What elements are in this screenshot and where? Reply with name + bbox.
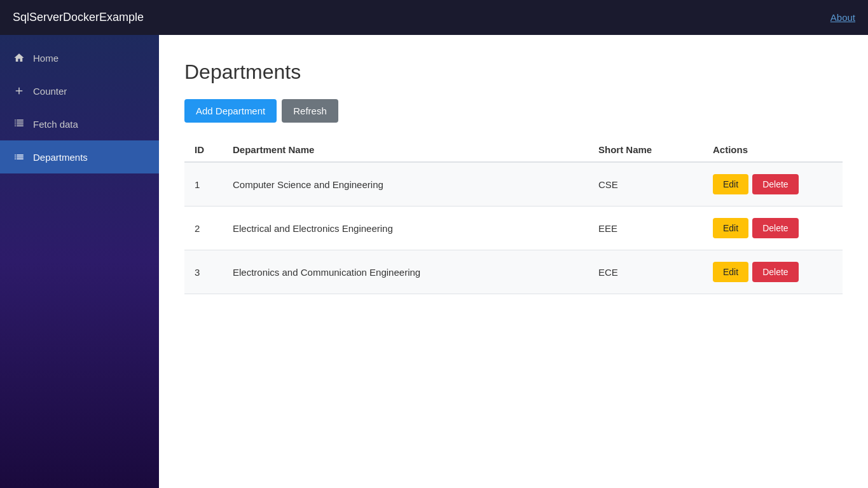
sidebar-item-departments[interactable]: Departments	[0, 140, 159, 173]
sidebar-item-counter[interactable]: Counter	[0, 74, 159, 107]
app-brand: SqlServerDockerExample	[13, 11, 144, 24]
refresh-button[interactable]: Refresh	[282, 99, 338, 123]
home-icon	[13, 51, 25, 64]
delete-button[interactable]: Delete	[752, 218, 798, 238]
main-layout: Home Counter Fetch data	[0, 35, 868, 488]
delete-button[interactable]: Delete	[752, 262, 798, 282]
edit-button[interactable]: Edit	[713, 174, 748, 194]
table-header-row: ID Department Name Short Name Actions	[184, 138, 843, 162]
plus-icon	[13, 85, 25, 97]
departments-table: ID Department Name Short Name Actions 1C…	[184, 138, 843, 294]
cell-name: Computer Science and Engineering	[223, 162, 588, 207]
delete-button[interactable]: Delete	[752, 174, 798, 194]
sidebar-counter-label: Counter	[33, 86, 67, 97]
cell-actions: EditDelete	[703, 250, 843, 294]
edit-button[interactable]: Edit	[713, 262, 748, 282]
toolbar: Add Department Refresh	[184, 99, 843, 123]
cell-shortname: CSE	[588, 162, 703, 207]
sidebar-home-label: Home	[33, 53, 59, 64]
col-header-actions: Actions	[703, 138, 843, 162]
edit-button[interactable]: Edit	[713, 218, 748, 238]
col-header-shortname: Short Name	[588, 138, 703, 162]
grid-icon	[13, 118, 25, 130]
sidebar-departments-label: Departments	[33, 152, 88, 163]
cell-name: Electronics and Communication Engineerin…	[223, 250, 588, 294]
col-header-name: Department Name	[223, 138, 588, 162]
table-row: 2Electrical and Electronics EngineeringE…	[184, 207, 843, 250]
sidebar-fetchdata-label: Fetch data	[33, 119, 78, 130]
cell-actions: EditDelete	[703, 162, 843, 207]
cell-shortname: ECE	[588, 250, 703, 294]
cell-actions: EditDelete	[703, 207, 843, 250]
top-nav: SqlServerDockerExample About	[0, 0, 868, 35]
sidebar-item-fetchdata[interactable]: Fetch data	[0, 107, 159, 140]
sidebar-item-home[interactable]: Home	[0, 41, 159, 74]
add-department-button[interactable]: Add Department	[184, 99, 277, 123]
list-icon	[13, 151, 25, 163]
sidebar: Home Counter Fetch data	[0, 35, 159, 488]
about-link[interactable]: About	[830, 12, 855, 23]
cell-name: Electrical and Electronics Engineering	[223, 207, 588, 250]
col-header-id: ID	[184, 138, 223, 162]
cell-id: 2	[184, 207, 223, 250]
table-row: 3Electronics and Communication Engineeri…	[184, 250, 843, 294]
table-row: 1Computer Science and EngineeringCSEEdit…	[184, 162, 843, 207]
cell-shortname: EEE	[588, 207, 703, 250]
content-area: Departments Add Department Refresh ID De…	[159, 35, 868, 488]
cell-id: 3	[184, 250, 223, 294]
cell-id: 1	[184, 162, 223, 207]
page-title: Departments	[184, 60, 843, 84]
